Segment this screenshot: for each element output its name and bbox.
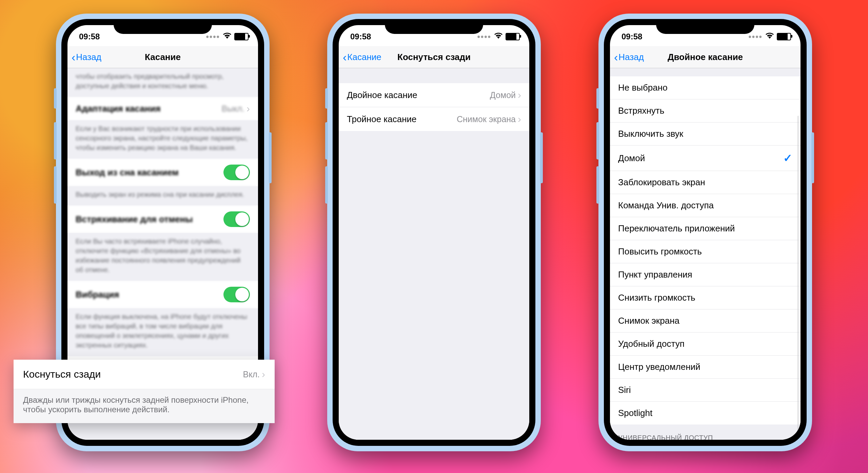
row-label: Адаптация касания bbox=[76, 103, 161, 114]
cellular-icon: •••• bbox=[477, 32, 491, 41]
row-label: Тройное касание bbox=[347, 114, 417, 125]
option-label: Повысить громкость bbox=[618, 246, 702, 257]
options-list[interactable]: Не выбраноВстряхнутьВыключить звукДомой✓… bbox=[610, 68, 801, 440]
cellular-icon: •••• bbox=[748, 32, 763, 41]
back-label: Назад bbox=[618, 52, 644, 62]
back-button[interactable]: ‹ Назад bbox=[614, 46, 644, 68]
option-row[interactable]: Повысить громкость bbox=[610, 240, 801, 263]
row-triple-tap[interactable]: Тройное касаниеСнимок экрана› bbox=[339, 107, 529, 131]
option-row[interactable]: Выключить звук bbox=[610, 122, 801, 146]
option-row[interactable]: Удобный доступ bbox=[610, 333, 801, 356]
option-label: Команда Унив. доступа bbox=[618, 200, 714, 211]
chevron-left-icon: ‹ bbox=[343, 51, 347, 63]
side-button bbox=[596, 88, 599, 109]
toggle-on[interactable] bbox=[223, 287, 250, 302]
row-value: Вкл. bbox=[243, 370, 260, 379]
row-double-tap[interactable]: Двойное касаниеДомой› bbox=[339, 83, 529, 107]
option-label: Siri bbox=[618, 385, 631, 395]
side-button bbox=[269, 132, 272, 183]
back-button[interactable]: ‹ Назад bbox=[72, 46, 101, 68]
option-label: Центр уведомлений bbox=[618, 362, 701, 372]
row-back-tap[interactable]: Коснуться сзади Вкл.› bbox=[14, 360, 275, 389]
cellular-icon: •••• bbox=[206, 32, 220, 41]
chevron-right-icon: › bbox=[518, 89, 521, 101]
wifi-icon bbox=[765, 32, 774, 41]
status-time: 09:58 bbox=[350, 32, 371, 41]
row-vibration[interactable]: Вибрация bbox=[67, 281, 258, 308]
wifi-icon bbox=[494, 32, 503, 41]
option-label: Заблокировать экран bbox=[618, 177, 705, 188]
row-label: Двойное касание bbox=[347, 90, 417, 100]
chevron-right-icon: › bbox=[246, 103, 250, 114]
checkmark-icon: ✓ bbox=[783, 152, 792, 165]
navbar: ‹ Касание Коснуться сзади bbox=[339, 46, 529, 68]
row-touch-accommodations[interactable]: Адаптация касания Выкл.› bbox=[67, 97, 258, 120]
footer-text: Дважды или трижды коснуться задней повер… bbox=[14, 389, 275, 423]
option-row[interactable]: Не выбрано bbox=[610, 76, 801, 99]
row-value: Выкл. bbox=[222, 104, 244, 114]
option-row[interactable]: Команда Унив. доступа bbox=[610, 194, 801, 217]
chevron-right-icon: › bbox=[518, 113, 521, 125]
side-button bbox=[540, 132, 543, 183]
footer-text: Если функция выключена, на iPhone будут … bbox=[67, 308, 258, 356]
notch bbox=[385, 19, 483, 34]
battery-icon bbox=[234, 33, 249, 40]
side-button bbox=[54, 88, 57, 109]
option-row[interactable]: Снимок экрана bbox=[610, 309, 801, 333]
option-label: Не выбрано bbox=[618, 82, 668, 93]
battery-icon bbox=[777, 33, 791, 40]
chevron-left-icon: ‹ bbox=[72, 51, 75, 63]
back-label: Касание bbox=[347, 52, 381, 62]
row-tap-to-wake[interactable]: Выход из сна касанием bbox=[67, 158, 258, 186]
option-row[interactable]: Снизить громкость bbox=[610, 286, 801, 309]
option-row[interactable]: Переключатель приложений bbox=[610, 217, 801, 240]
navbar: ‹ Назад Двойное касание bbox=[610, 46, 801, 68]
option-row[interactable]: Центр уведомлений bbox=[610, 356, 801, 379]
toggle-on[interactable] bbox=[223, 165, 250, 180]
footer-text: Если Вы часто встряхиваете iPhone случай… bbox=[67, 233, 258, 281]
toggle-on[interactable] bbox=[223, 211, 250, 227]
page-title: Двойное касание bbox=[668, 52, 743, 62]
option-row[interactable]: Заблокировать экран bbox=[610, 171, 801, 194]
option-row[interactable]: Spotlight bbox=[610, 402, 801, 424]
option-row[interactable]: Пункт управления bbox=[610, 263, 801, 286]
notch bbox=[114, 19, 212, 34]
chevron-left-icon: ‹ bbox=[614, 51, 618, 63]
side-button bbox=[54, 122, 57, 159]
chevron-right-icon: › bbox=[262, 368, 265, 380]
option-label: Снизить громкость bbox=[618, 292, 695, 303]
option-row[interactable]: Siri bbox=[610, 379, 801, 402]
status-time: 09:58 bbox=[622, 32, 642, 41]
phone-back-tap: 09:58 •••• ‹ Касание Коснуться сзади bbox=[327, 14, 541, 451]
side-button bbox=[325, 122, 328, 159]
footer-text: Выводить экран из режима сна при касании… bbox=[67, 186, 258, 205]
navbar: ‹ Назад Касание bbox=[67, 46, 258, 68]
section-header: УНИВЕРСАЛЬНЫЙ ДОСТУП bbox=[610, 424, 801, 440]
option-row[interactable]: Встряхнуть bbox=[610, 99, 801, 122]
side-button bbox=[596, 122, 599, 159]
row-label: Вибрация bbox=[76, 289, 119, 300]
option-label: Spotlight bbox=[618, 408, 652, 418]
option-label: Пункт управления bbox=[618, 269, 692, 280]
option-label: Выключить звук bbox=[618, 129, 683, 139]
side-button bbox=[811, 132, 814, 183]
row-label: Коснуться сзади bbox=[23, 368, 101, 380]
page-title: Коснуться сзади bbox=[397, 52, 471, 62]
option-label: Переключатель приложений bbox=[618, 223, 735, 234]
side-button bbox=[325, 88, 328, 109]
settings-list[interactable]: Двойное касаниеДомой›Тройное касаниеСним… bbox=[339, 68, 529, 440]
status-time: 09:58 bbox=[79, 32, 100, 41]
side-button bbox=[54, 166, 57, 204]
option-row[interactable]: Домой✓ bbox=[610, 146, 801, 171]
footer-text: чтобы отобразить предварительный просмот… bbox=[67, 68, 258, 97]
row-value: Снимок экрана bbox=[457, 114, 516, 124]
row-shake-to-undo[interactable]: Встряхивание для отмены bbox=[67, 205, 258, 233]
battery-icon bbox=[506, 33, 520, 40]
side-button bbox=[596, 166, 599, 204]
back-tap-callout: Коснуться сзади Вкл.› Дважды или трижды … bbox=[14, 360, 275, 423]
row-value: Домой bbox=[490, 90, 516, 100]
back-button[interactable]: ‹ Касание bbox=[343, 46, 381, 68]
row-label: Выход из сна касанием bbox=[76, 167, 179, 178]
option-label: Встряхнуть bbox=[618, 106, 664, 116]
back-label: Назад bbox=[76, 52, 101, 62]
